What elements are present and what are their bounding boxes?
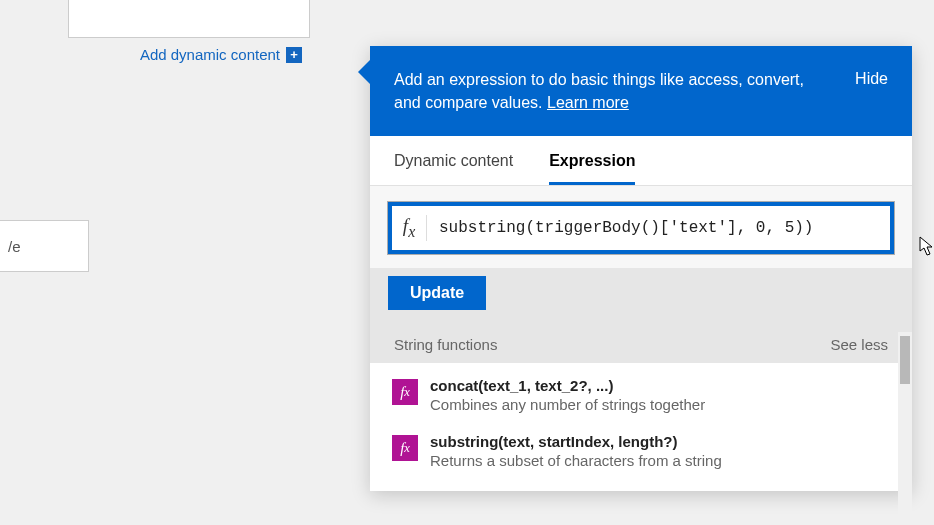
hide-link[interactable]: Hide [855,70,888,88]
save-button-label-fragment: /e [8,238,21,255]
add-dynamic-content-label: Add dynamic content [140,46,280,63]
function-signature: substring(text, startIndex, length?) [430,433,722,450]
update-button[interactable]: Update [388,276,486,310]
update-bar: Update [370,268,912,326]
tab-dynamic-content[interactable]: Dynamic content [394,152,513,185]
function-text: concat(text_1, text_2?, ...) Combines an… [430,377,705,413]
expression-flyout: Add an expression to do basic things lik… [370,46,912,491]
save-button-fragment[interactable]: /e [0,220,89,272]
expression-bar: fx [388,202,894,254]
scrollbar[interactable] [898,332,912,522]
expression-bar-wrap: fx [370,186,912,268]
cursor-icon [919,236,933,256]
function-item-substring[interactable]: fx substring(text, startIndex, length?) … [388,423,894,479]
function-list: fx concat(text_1, text_2?, ...) Combines… [370,363,912,491]
see-less-link[interactable]: See less [830,336,888,353]
plus-icon: + [286,47,302,63]
fx-icon: fx [392,215,427,241]
fx-badge-icon: fx [392,379,418,405]
function-item-concat[interactable]: fx concat(text_1, text_2?, ...) Combines… [388,367,894,423]
add-dynamic-content-link[interactable]: Add dynamic content + [140,46,302,63]
function-description: Returns a subset of characters from a st… [430,452,722,469]
flyout-tabs: Dynamic content Expression [370,136,912,186]
input-box-cutoff[interactable] [68,0,310,38]
flyout-pointer [358,58,372,86]
section-title: String functions [394,336,497,353]
scrollbar-thumb[interactable] [900,336,910,384]
learn-more-link[interactable]: Learn more [547,94,629,111]
function-signature: concat(text_1, text_2?, ...) [430,377,705,394]
flyout-header: Add an expression to do basic things lik… [370,46,912,136]
fx-badge-icon: fx [392,435,418,461]
flyout-blurb: Add an expression to do basic things lik… [394,68,814,114]
section-header-string-functions: String functions See less [370,326,912,363]
expression-input[interactable] [427,219,890,237]
tab-expression[interactable]: Expression [549,152,635,185]
function-text: substring(text, startIndex, length?) Ret… [430,433,722,469]
function-description: Combines any number of strings together [430,396,705,413]
left-panel: Add dynamic content + /e [0,0,330,525]
